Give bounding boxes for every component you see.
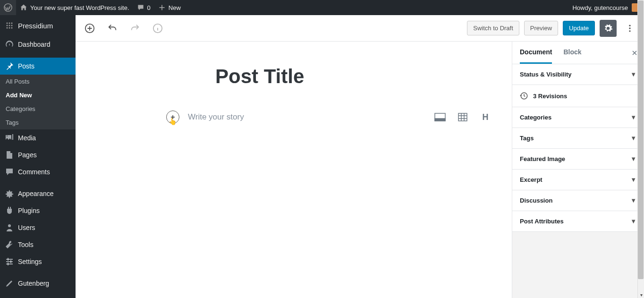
home-icon — [20, 4, 27, 11]
comments-link[interactable]: 0 — [133, 0, 154, 15]
submenu-tags[interactable]: Tags — [0, 116, 76, 129]
sidebar-item-label: Settings — [18, 258, 42, 265]
scrollbar-thumb[interactable] — [638, 0, 644, 279]
svg-point-5 — [9, 25, 10, 26]
tab-document[interactable]: Document — [520, 42, 552, 64]
plus-circle-icon — [85, 23, 95, 34]
info-icon — [153, 23, 163, 34]
svg-point-6 — [11, 25, 13, 26]
more-vertical-icon — [625, 24, 635, 33]
settings-toggle-button[interactable] — [600, 20, 617, 37]
chevron-down-icon: ▼ — [630, 176, 636, 183]
users-icon — [5, 223, 14, 232]
sidebar-item-label: Media — [18, 134, 36, 142]
panel-label: Featured Image — [520, 155, 565, 162]
svg-rect-15 — [10, 260, 11, 263]
submenu-categories[interactable]: Categories — [0, 102, 76, 116]
panel-post-attributes[interactable]: Post Attributes ▼ — [512, 211, 644, 231]
update-button[interactable]: Update — [563, 21, 595, 35]
svg-rect-11 — [6, 259, 13, 260]
svg-rect-23 — [435, 119, 445, 121]
editor-canvas[interactable]: Post Title 👆 Write your story — [76, 42, 512, 298]
submenu-all-posts[interactable]: All Posts — [0, 75, 76, 88]
chevron-down-icon: ▼ — [630, 218, 636, 225]
posts-submenu: All Posts Add New Categories Tags — [0, 75, 76, 129]
preview-button[interactable]: Preview — [524, 21, 558, 35]
undo-button[interactable] — [104, 20, 121, 37]
table-block-icon — [458, 113, 467, 121]
suggest-table-block[interactable] — [457, 111, 468, 123]
svg-rect-24 — [458, 113, 467, 121]
submenu-add-new[interactable]: Add New — [0, 88, 76, 102]
sidebar-item-gutenberg[interactable]: Gutenberg — [0, 275, 76, 292]
sidebar-item-tools[interactable]: Tools — [0, 236, 76, 253]
sidebar-item-label: Pages — [18, 151, 37, 159]
panel-discussion[interactable]: Discussion ▼ — [512, 190, 644, 211]
scroll-down-arrow[interactable]: ▾ — [638, 291, 644, 298]
more-menu-button[interactable] — [621, 20, 638, 37]
panel-label: Categories — [520, 114, 551, 121]
redo-icon — [130, 23, 140, 34]
sidebar-item-label: Tools — [18, 241, 34, 248]
panel-categories[interactable]: Categories ▼ — [512, 107, 644, 128]
block-placeholder[interactable]: Write your story — [188, 112, 434, 122]
sidebar-item-label: Gutenberg — [18, 280, 49, 287]
sidebar-item-plugins[interactable]: Plugins — [0, 202, 76, 219]
pin-icon — [5, 61, 14, 71]
svg-rect-13 — [6, 264, 13, 264]
howdy-text[interactable]: Howdy, gutencourse — [572, 4, 628, 11]
settings-panel: Document Block Status & Visibility ▼ — [512, 42, 644, 298]
add-block-button[interactable] — [81, 20, 98, 37]
sidebar-item-pages[interactable]: Pages — [0, 146, 76, 163]
sidebar-item-label: Dashboard — [18, 41, 51, 48]
wordpress-icon — [4, 3, 12, 12]
comment-icon — [137, 4, 144, 11]
wp-logo[interactable] — [0, 0, 16, 15]
editor-toolbar: Switch to Draft Preview Update — [76, 15, 644, 42]
chevron-down-icon: ▼ — [630, 114, 636, 121]
post-title-input[interactable]: Post Title — [215, 65, 510, 88]
site-link[interactable]: Your new super fast WordPress site. — [16, 0, 133, 15]
sidebar-item-dashboard[interactable]: Dashboard — [0, 36, 76, 53]
sidebar-item-appearance[interactable]: Appearance — [0, 185, 76, 202]
chevron-down-icon: ▼ — [630, 197, 636, 204]
sidebar-item-users[interactable]: Users — [0, 219, 76, 236]
revisions-link[interactable]: 3 Revisions — [512, 85, 644, 107]
sidebar-item-media[interactable]: Media — [0, 129, 76, 146]
plugins-icon — [5, 206, 14, 215]
panel-label: Status & Visibility — [520, 71, 572, 78]
svg-rect-12 — [6, 261, 13, 262]
suggest-heading-block[interactable]: H — [480, 111, 491, 123]
panel-tags[interactable]: Tags ▼ — [512, 128, 644, 148]
brand-icon — [5, 21, 14, 30]
appearance-icon — [5, 189, 14, 198]
sidebar-brand[interactable]: Pressidium — [0, 15, 76, 36]
new-link[interactable]: New — [154, 0, 185, 15]
panel-featured-image[interactable]: Featured Image ▼ — [512, 149, 644, 169]
sidebar-item-label: Plugins — [18, 207, 40, 214]
chevron-down-icon: ▼ — [630, 71, 636, 78]
svg-point-9 — [11, 27, 13, 29]
svg-point-4 — [7, 25, 8, 26]
suggest-image-block[interactable] — [434, 111, 446, 123]
sidebar-item-comments[interactable]: Comments — [0, 163, 76, 180]
panel-status-visibility[interactable]: Status & Visibility ▼ — [512, 64, 644, 85]
insert-block-button[interactable]: 👆 — [166, 111, 179, 124]
svg-point-1 — [7, 23, 8, 24]
chevron-down-icon: ▼ — [630, 155, 636, 162]
panel-label: Post Attributes — [520, 218, 564, 225]
panel-excerpt[interactable]: Excerpt ▼ — [512, 170, 644, 190]
svg-point-8 — [9, 27, 10, 29]
heading-block-icon: H — [483, 112, 489, 122]
sidebar-item-settings[interactable]: Settings — [0, 253, 76, 270]
redo-button[interactable] — [127, 20, 144, 37]
svg-point-7 — [7, 27, 8, 29]
site-title: Your new super fast WordPress site. — [30, 4, 129, 11]
switch-draft-button[interactable]: Switch to Draft — [467, 21, 519, 35]
tab-block[interactable]: Block — [563, 42, 581, 64]
info-button[interactable] — [149, 20, 166, 37]
plus-icon — [158, 4, 166, 11]
sidebar-item-posts[interactable]: Posts — [0, 58, 76, 75]
browser-scrollbar[interactable]: ▾ — [637, 0, 644, 298]
svg-rect-16 — [8, 263, 8, 265]
